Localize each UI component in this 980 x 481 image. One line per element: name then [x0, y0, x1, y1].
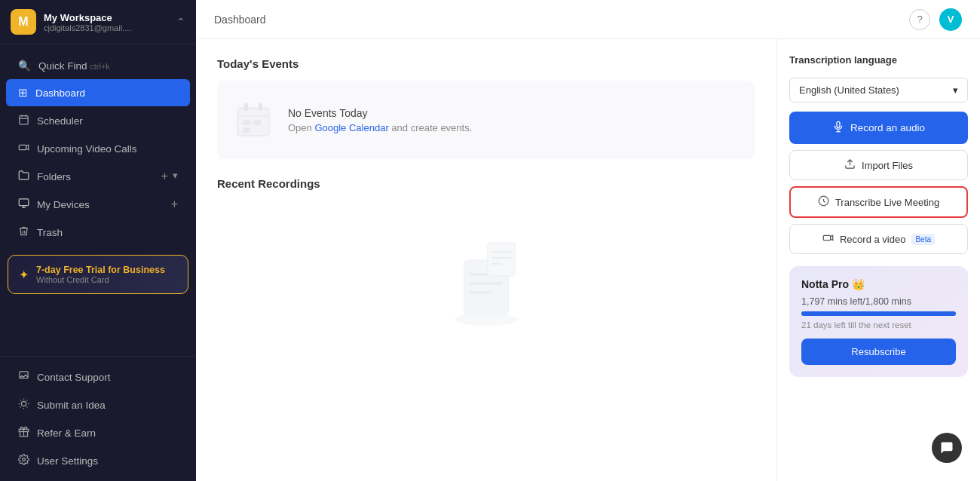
svg-rect-32 — [488, 243, 515, 276]
recent-recordings-empty — [217, 201, 755, 351]
help-button[interactable]: ? — [909, 9, 930, 30]
todays-events-title: Today's Events — [217, 57, 755, 70]
right-panel-actions: Record an audio Import Files Transc — [789, 112, 968, 254]
events-desc-pre: Open — [288, 122, 314, 133]
empty-illustration — [441, 222, 531, 330]
folder-icon — [18, 170, 29, 183]
progress-bar-fill — [801, 311, 956, 316]
sidebar-item-my-devices[interactable]: My Devices + — [6, 191, 190, 218]
sidebar-item-upcoming-video[interactable]: Upcoming Video Calls — [6, 135, 190, 162]
notta-pro-mins: 1,797 mins left/1,800 mins — [801, 296, 956, 307]
sidebar-item-trash[interactable]: Trash — [6, 219, 190, 246]
quick-find-label: Quick Find ctrl+k — [38, 60, 110, 72]
chat-bubble[interactable] — [932, 433, 962, 463]
progress-bar-bg — [801, 311, 956, 316]
video-icon — [18, 142, 29, 155]
sidebar-item-refer-earn[interactable]: Refer & Earn — [6, 419, 190, 446]
notta-pro-card: Notta Pro 👑 1,797 mins left/1,800 mins 2… — [789, 266, 968, 377]
svg-line-12 — [20, 400, 21, 401]
support-icon — [18, 370, 29, 384]
record-video-button[interactable]: Record a video Beta — [789, 224, 968, 254]
submit-idea-label: Submit an Idea — [37, 400, 178, 411]
sidebar-item-folders[interactable]: Folders + ▾ — [6, 163, 190, 190]
search-icon: 🔍 — [18, 60, 31, 72]
idea-icon — [18, 398, 29, 412]
sidebar-item-dashboard[interactable]: ⊞ Dashboard — [6, 79, 190, 106]
svg-line-13 — [26, 406, 27, 407]
import-files-button[interactable]: Import Files — [789, 150, 968, 180]
trial-subtitle: Without Credit Card — [36, 275, 165, 284]
refer-earn-label: Refer & Earn — [37, 427, 178, 439]
sidebar-item-user-settings[interactable]: User Settings — [6, 447, 190, 474]
language-select[interactable]: English (United States) ▾ — [789, 78, 968, 103]
sidebar-bottom: Contact Support Submit an Idea Refer & E… — [0, 356, 196, 481]
recent-recordings-title: Recent Recordings — [217, 177, 755, 190]
contact-support-label: Contact Support — [37, 372, 178, 383]
video-record-icon — [822, 232, 834, 246]
svg-rect-26 — [243, 127, 250, 133]
star-icon: ✦ — [19, 268, 29, 282]
svg-line-17 — [26, 400, 27, 401]
sidebar-label-my-devices: My Devices — [37, 199, 171, 210]
svg-rect-22 — [244, 103, 248, 110]
right-panel: Transcription language English (United S… — [776, 39, 980, 481]
sidebar: M My Workspace cjdigitals2831@gmail.... … — [0, 0, 196, 481]
record-audio-button[interactable]: Record an audio — [789, 112, 968, 144]
sidebar-item-contact-support[interactable]: Contact Support — [6, 363, 190, 391]
transcription-language-label: Transcription language — [789, 54, 968, 66]
folder-actions: + ▾ — [161, 170, 178, 183]
page-title: Dashboard — [214, 14, 909, 26]
google-calendar-link[interactable]: Google Calendar — [314, 122, 388, 133]
gift-icon — [18, 426, 29, 440]
add-device-btn[interactable]: + — [171, 198, 178, 211]
events-description: Open Google Calendar and create events. — [288, 122, 472, 133]
record-video-label: Record a video — [840, 234, 905, 245]
svg-rect-42 — [823, 235, 830, 240]
svg-rect-23 — [259, 103, 262, 110]
top-bar-actions: ? V — [909, 8, 962, 31]
no-events-label: No Events Today — [288, 107, 472, 119]
main-content: Today's Events No Events Today — [196, 39, 980, 481]
quick-find[interactable]: 🔍 Quick Find ctrl+k — [6, 53, 190, 78]
trial-text: 7-day Free Trial for Business Without Cr… — [36, 265, 165, 284]
language-selected-value: English (United States) — [799, 84, 899, 96]
sidebar-item-scheduler[interactable]: Scheduler — [6, 107, 190, 134]
svg-rect-36 — [837, 121, 840, 127]
main-panel: Dashboard ? V Today's Events — [196, 0, 980, 481]
beta-badge: Beta — [911, 234, 935, 245]
import-files-label: Import Files — [862, 160, 913, 171]
sidebar-item-submit-idea[interactable]: Submit an Idea — [6, 391, 190, 418]
transcribe-live-button[interactable]: Transcribe Live Meeting — [789, 186, 968, 218]
scheduler-icon — [18, 114, 29, 127]
add-folder-btn[interactable]: + — [161, 170, 168, 183]
center-panel: Today's Events No Events Today — [196, 39, 776, 481]
upload-icon — [844, 158, 856, 172]
sidebar-label-folders: Folders — [37, 171, 161, 182]
svg-line-16 — [20, 406, 21, 407]
user-settings-label: User Settings — [37, 455, 178, 467]
svg-rect-24 — [243, 120, 250, 125]
workspace-info: My Workspace cjdigitals2831@gmail.... — [44, 12, 176, 32]
mic-icon — [832, 121, 844, 135]
chevron-down-icon: ▾ — [953, 84, 958, 96]
svg-point-9 — [21, 401, 26, 406]
trash-icon — [18, 225, 29, 239]
devices-icon — [18, 198, 29, 211]
svg-rect-5 — [19, 199, 29, 206]
meeting-icon — [818, 195, 829, 209]
dashboard-icon: ⊞ — [18, 86, 28, 100]
trial-banner[interactable]: ✦ 7-day Free Trial for Business Without … — [8, 255, 188, 294]
svg-rect-0 — [20, 116, 28, 124]
expand-folder-btn[interactable]: ▾ — [173, 170, 178, 183]
workspace-email: cjdigitals2831@gmail.... — [44, 23, 176, 32]
resubscribe-button[interactable]: Resubscribe — [801, 339, 956, 365]
sidebar-label-trash: Trash — [37, 227, 178, 238]
sidebar-label-scheduler: Scheduler — [37, 115, 178, 127]
svg-rect-4 — [19, 145, 26, 149]
todays-events-card: No Events Today Open Google Calendar and… — [217, 81, 755, 159]
sidebar-label-upcoming: Upcoming Video Calls — [37, 143, 178, 155]
notta-pro-title: Notta Pro 👑 — [801, 278, 956, 290]
trial-title: 7-day Free Trial for Business — [36, 265, 165, 275]
user-avatar[interactable]: V — [939, 8, 962, 31]
workspace-header[interactable]: M My Workspace cjdigitals2831@gmail.... … — [0, 0, 196, 44]
